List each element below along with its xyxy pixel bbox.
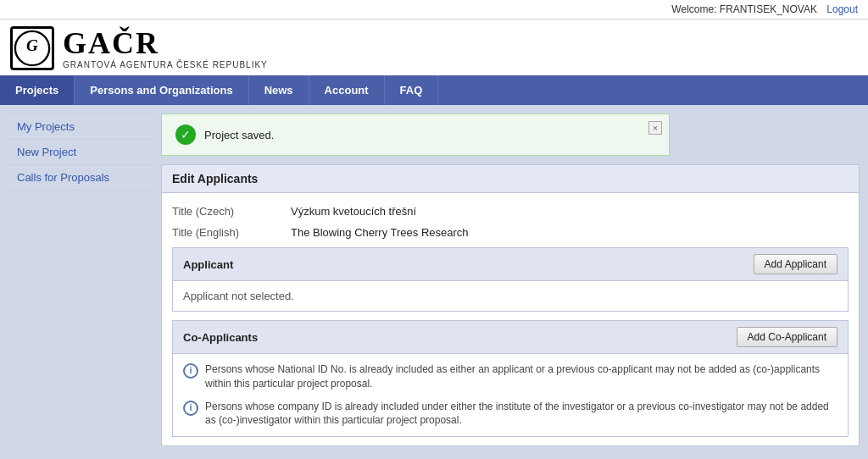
top-bar: Welcome: FRANTISEK_NOVAK Logout <box>0 0 868 19</box>
logo-text: GAČR GRANTOVÁ AGENTURA ČESKÉ REPUBLIKY <box>63 27 268 70</box>
applicant-section-title: Applicant <box>183 258 233 271</box>
field-label-english: Title (English) <box>172 226 291 239</box>
info-icon-2: i <box>183 401 198 416</box>
main-content: ✓ Project saved. × Edit Applicants Title… <box>161 113 860 446</box>
welcome-text: Welcome: FRANTISEK_NOVAK <box>671 3 817 15</box>
notice-text-2: Persons whose company ID is already incl… <box>205 400 837 429</box>
applicant-section-body: Applicant not selected. <box>173 281 848 311</box>
notice-item-2: i Persons whose company ID is already in… <box>183 400 837 429</box>
applicant-section-header: Applicant Add Applicant <box>173 248 848 281</box>
co-applicant-section: Co-Applicants Add Co-Applicant i Persons… <box>172 320 849 437</box>
applicant-section: Applicant Add Applicant Applicant not se… <box>172 247 849 312</box>
sidebar-item-calls-for-proposals[interactable]: Calls for Proposals <box>8 165 153 191</box>
notice-text-1: Persons whose National ID No. is already… <box>205 362 837 391</box>
co-applicant-notices: i Persons whose National ID No. is alrea… <box>173 354 848 436</box>
info-icon-1: i <box>183 363 198 379</box>
alert-close-button[interactable]: × <box>648 121 662 135</box>
co-applicant-section-title: Co-Applicants <box>183 331 258 344</box>
svg-text:G: G <box>26 36 38 54</box>
field-value-english: The Blowing Cherry Trees Research <box>291 226 469 239</box>
field-title-czech: Title (Czech) Výzkum kvetoucích třešní <box>172 205 849 218</box>
sidebar-item-my-projects[interactable]: My Projects <box>8 113 153 140</box>
alert-box: ✓ Project saved. × <box>161 113 670 156</box>
check-icon: ✓ <box>175 124 196 145</box>
nav-persons-organizations[interactable]: Persons and Organizations <box>75 75 248 105</box>
edit-panel-body: Title (Czech) Výzkum kvetoucích třešní T… <box>162 193 859 445</box>
field-label-czech: Title (Czech) <box>172 205 291 218</box>
nav-news[interactable]: News <box>249 75 309 105</box>
logo-icon: G <box>10 26 54 70</box>
logo-area: G GAČR GRANTOVÁ AGENTURA ČESKÉ REPUBLIKY <box>0 19 868 75</box>
alert-message: Project saved. <box>204 129 274 141</box>
sidebar-item-new-project[interactable]: New Project <box>8 140 153 165</box>
co-applicant-section-header: Co-Applicants Add Co-Applicant <box>173 321 848 354</box>
sidebar: My Projects New Project Calls for Propos… <box>8 113 153 446</box>
add-applicant-button[interactable]: Add Applicant <box>754 254 837 274</box>
edit-panel-header: Edit Applicants <box>162 165 859 193</box>
notice-item-1: i Persons whose National ID No. is alrea… <box>183 362 837 391</box>
field-value-czech: Výzkum kvetoucích třešní <box>291 205 416 218</box>
logo-subtitle: GRANTOVÁ AGENTURA ČESKÉ REPUBLIKY <box>63 60 268 69</box>
add-co-applicant-button[interactable]: Add Co-Applicant <box>737 327 837 347</box>
field-title-english: Title (English) The Blowing Cherry Trees… <box>172 226 849 239</box>
edit-applicants-panel: Edit Applicants Title (Czech) Výzkum kve… <box>161 164 860 446</box>
nav-account[interactable]: Account <box>309 75 385 105</box>
nav-faq[interactable]: FAQ <box>385 75 439 105</box>
navigation: Projects Persons and Organizations News … <box>0 75 868 105</box>
applicant-empty-text: Applicant not selected. <box>183 290 294 302</box>
content-wrapper: My Projects New Project Calls for Propos… <box>0 105 868 455</box>
logout-link[interactable]: Logout <box>826 3 858 15</box>
nav-projects[interactable]: Projects <box>0 75 75 105</box>
logo-name: GAČR <box>63 27 268 61</box>
